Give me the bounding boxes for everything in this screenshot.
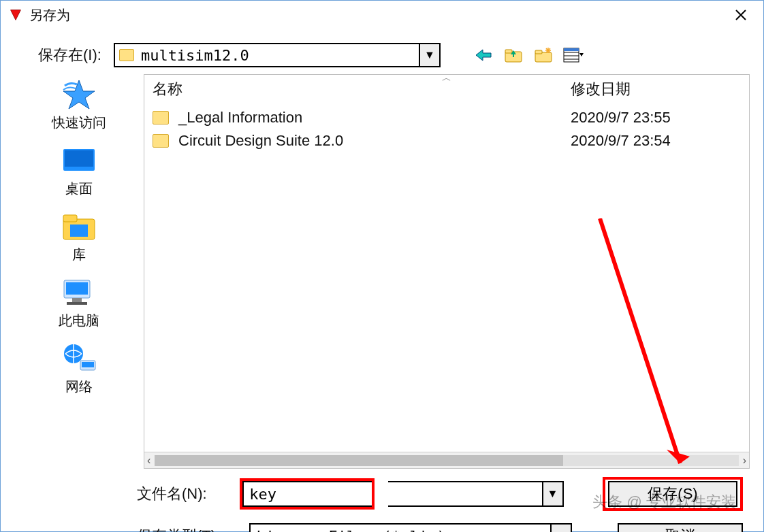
- filename-combo-extra[interactable]: ▼: [388, 481, 563, 507]
- folder-icon: [153, 134, 169, 148]
- this-pc-icon: [59, 276, 99, 309]
- places-bar: 快速访问 桌面 库 此电脑: [28, 74, 130, 469]
- svg-rect-24: [82, 362, 94, 367]
- filetype-combo[interactable]: License Files (*.lic) ▼: [249, 523, 571, 532]
- filetype-row: 保存类型(T): License Files (*.lic) ▼ 取消: [137, 523, 743, 532]
- file-name: _Legal Information: [178, 109, 571, 127]
- back-button[interactable]: [473, 46, 494, 65]
- filetype-label: 保存类型(T):: [137, 526, 236, 532]
- folder-icon: [119, 49, 134, 61]
- quick-access-icon: [59, 78, 99, 111]
- place-this-pc[interactable]: 此电脑: [28, 276, 130, 330]
- scroll-thumb[interactable]: [155, 455, 563, 466]
- list-item[interactable]: _Legal Information 2020/9/7 23:55: [153, 106, 741, 129]
- sort-indicator-icon: ︿: [144, 72, 749, 84]
- nav-toolbar: [473, 46, 584, 65]
- dialog-title: 另存为: [29, 6, 70, 24]
- svg-rect-1: [505, 50, 512, 53]
- view-menu-button[interactable]: [563, 46, 584, 65]
- chevron-down-icon[interactable]: ▼: [542, 482, 562, 505]
- svg-rect-20: [72, 298, 82, 302]
- place-label: 库: [72, 246, 86, 264]
- bottom-fields: 文件名(N): key ▼ 保存(S) 保存类型(T): License Fil…: [1, 469, 763, 532]
- place-label: 快速访问: [52, 114, 106, 132]
- list-item[interactable]: Circuit Design Suite 12.0 2020/9/7 23:54: [153, 129, 741, 152]
- file-list: ︿ 名称 修改日期 _Legal Information 2020/9/7 23…: [144, 74, 750, 469]
- scroll-left-icon[interactable]: ‹: [147, 454, 150, 467]
- svg-rect-21: [67, 302, 87, 305]
- place-desktop[interactable]: 桌面: [28, 144, 130, 198]
- save-in-value: multisim12.0: [141, 47, 419, 64]
- file-rows: _Legal Information 2020/9/7 23:55 Circui…: [144, 103, 749, 452]
- up-one-level-button[interactable]: [503, 46, 524, 65]
- chevron-down-icon[interactable]: ▼: [419, 44, 439, 66]
- svg-rect-16: [63, 215, 77, 222]
- place-quick-access[interactable]: 快速访问: [28, 78, 130, 132]
- filename-label: 文件名(N):: [137, 484, 226, 504]
- chevron-down-icon[interactable]: ▼: [550, 525, 571, 532]
- network-icon: [59, 342, 99, 375]
- file-date: 2020/9/7 23:54: [571, 132, 741, 150]
- new-folder-button[interactable]: [533, 46, 554, 65]
- file-date: 2020/9/7 23:55: [571, 109, 741, 127]
- place-label: 网络: [65, 378, 93, 396]
- annotation-filename-highlight: key: [240, 478, 375, 510]
- place-label: 桌面: [65, 180, 93, 198]
- save-in-combo[interactable]: multisim12.0 ▼: [114, 43, 441, 67]
- close-button[interactable]: [725, 3, 757, 27]
- annotation-save-highlight: 保存(S): [603, 477, 743, 511]
- app-icon: [7, 7, 24, 23]
- scroll-track[interactable]: [155, 455, 738, 466]
- dialog-body: 快速访问 桌面 库 此电脑: [1, 74, 763, 469]
- file-name: Circuit Design Suite 12.0: [178, 132, 571, 150]
- svg-rect-12: [564, 48, 579, 51]
- filename-input[interactable]: key: [242, 481, 372, 507]
- filename-row: 文件名(N): key ▼ 保存(S): [137, 477, 743, 511]
- save-in-label: 保存在(I):: [38, 45, 101, 65]
- horizontal-scrollbar[interactable]: ‹ ›: [144, 452, 749, 468]
- save-in-row: 保存在(I): multisim12.0 ▼: [1, 29, 763, 74]
- title-bar: 另存为: [1, 1, 763, 29]
- place-network[interactable]: 网络: [28, 342, 130, 396]
- svg-rect-3: [535, 50, 542, 54]
- svg-rect-19: [66, 282, 88, 295]
- svg-rect-17: [70, 225, 88, 237]
- filename-value: key: [244, 486, 372, 503]
- cancel-button[interactable]: 取消: [618, 523, 743, 532]
- place-label: 此电脑: [59, 312, 99, 330]
- svg-rect-14: [65, 150, 93, 167]
- libraries-icon: [59, 210, 99, 243]
- save-as-dialog: 另存为 保存在(I): multisim12.0 ▼: [0, 0, 764, 532]
- place-libraries[interactable]: 库: [28, 210, 130, 264]
- folder-icon: [153, 111, 169, 124]
- save-button[interactable]: 保存(S): [608, 481, 737, 507]
- desktop-icon: [59, 144, 99, 177]
- scroll-right-icon[interactable]: ›: [743, 454, 746, 467]
- filetype-value: License Files (*.lic): [251, 528, 550, 533]
